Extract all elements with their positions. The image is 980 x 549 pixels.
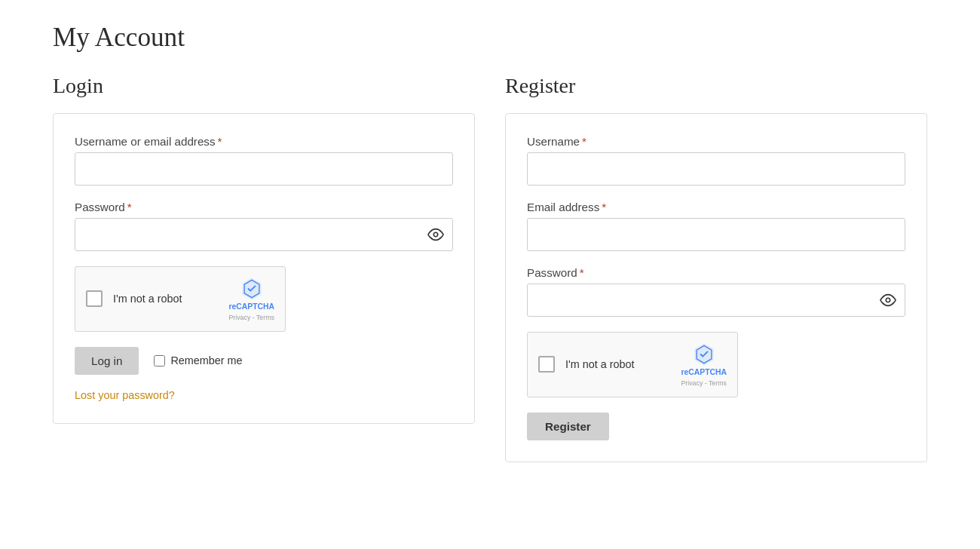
login-section-title: Login [53, 74, 475, 98]
register-button[interactable]: Register [527, 413, 609, 440]
register-password-group: Password* [527, 266, 905, 317]
register-username-label: Username* [527, 135, 905, 148]
recaptcha-icon [239, 276, 265, 302]
register-username-input[interactable] [527, 152, 905, 186]
captcha-links: Privacy - Terms [228, 314, 274, 322]
register-captcha-text: I'm not a robot [565, 358, 670, 370]
remember-me-checkbox[interactable] [154, 355, 165, 367]
register-username-required: * [582, 135, 586, 148]
login-toggle-password-icon[interactable] [427, 226, 444, 243]
register-captcha-links: Privacy - Terms [681, 379, 727, 388]
captcha-brand-text: reCAPTCHA Privacy - Terms [228, 302, 274, 322]
register-password-required: * [580, 266, 584, 279]
login-captcha-box[interactable]: I'm not a robot reCAPTCHA Privacy - Term… [75, 266, 286, 332]
login-password-wrapper [75, 218, 453, 251]
page-title: My Account [53, 23, 927, 53]
remember-me-label: Remember me [154, 354, 242, 367]
register-captcha-brand-text: reCAPTCHA Privacy - Terms [681, 367, 727, 388]
register-form-card: Username* Email address* Password* [505, 113, 927, 462]
login-password-input[interactable] [75, 218, 453, 251]
lost-password-link[interactable]: Lost your password? [75, 389, 175, 401]
login-username-required: * [218, 135, 222, 148]
login-captcha-checkbox[interactable] [86, 290, 103, 307]
page-container: My Account Login Username or email addre… [0, 0, 980, 492]
register-captcha-box[interactable]: I'm not a robot reCAPTCHA Privacy - Term… [527, 332, 738, 397]
login-captcha-logo: reCAPTCHA Privacy - Terms [228, 276, 274, 322]
register-password-input[interactable] [527, 284, 905, 317]
register-section-title: Register [505, 74, 927, 98]
login-username-label: Username or email address* [75, 135, 453, 148]
login-actions: Log in Remember me [75, 347, 453, 375]
eye-icon [880, 292, 896, 308]
columns-layout: Login Username or email address* Passwor… [53, 74, 927, 462]
login-username-input[interactable] [75, 152, 453, 186]
login-form-card: Username or email address* Password* [53, 113, 475, 424]
svg-point-0 [433, 232, 438, 237]
login-password-label: Password* [75, 201, 453, 213]
register-password-label: Password* [527, 266, 905, 279]
register-toggle-password-icon[interactable] [880, 292, 896, 308]
svg-point-1 [886, 298, 890, 302]
login-password-group: Password* [75, 201, 453, 251]
register-email-input[interactable] [527, 218, 905, 251]
login-button[interactable]: Log in [75, 347, 139, 375]
register-email-group: Email address* [527, 201, 905, 251]
login-username-group: Username or email address* [75, 135, 453, 186]
recaptcha-icon-register [691, 342, 717, 367]
login-captcha-text: I'm not a robot [113, 293, 218, 305]
register-email-label: Email address* [527, 201, 905, 213]
login-column: Login Username or email address* Passwor… [53, 74, 475, 424]
register-username-group: Username* [527, 135, 905, 186]
login-password-required: * [127, 201, 132, 213]
register-email-required: * [602, 201, 606, 213]
register-captcha-logo: reCAPTCHA Privacy - Terms [681, 342, 727, 388]
register-column: Register Username* Email address* [505, 74, 927, 462]
register-captcha-checkbox[interactable] [538, 356, 555, 373]
eye-icon [427, 226, 444, 243]
register-password-wrapper [527, 284, 905, 317]
